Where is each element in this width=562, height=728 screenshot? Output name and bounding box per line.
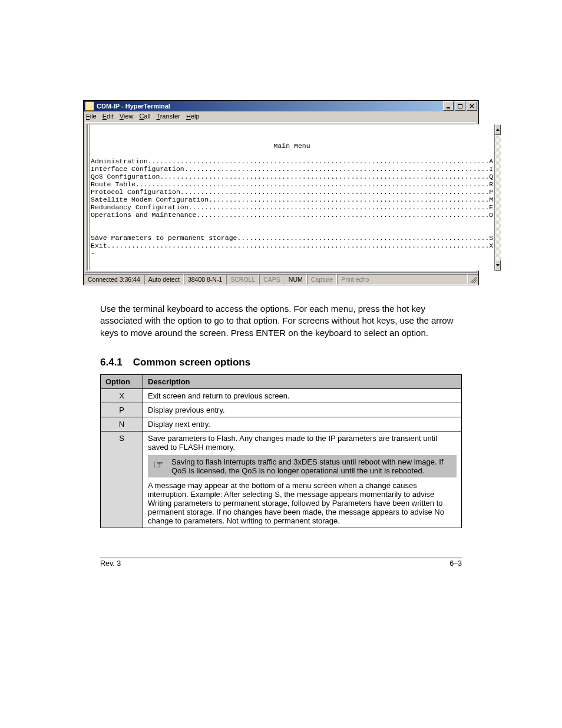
option-key: P [101,403,143,417]
status-line-config: 38400 8-N-1 [184,274,226,285]
table-row: X Exit screen and return to previous scr… [101,388,462,403]
status-autodetect: Auto detect [144,274,184,285]
option-desc: Exit screen and return to previous scree… [143,388,462,403]
footer-left: Rev. 3 [100,559,121,568]
minimize-button[interactable] [443,101,454,111]
desc-outro: A message may appear at the bottom of a … [148,481,444,525]
status-scroll: SCROLL [226,274,259,285]
section-title: Common screen options [133,357,250,368]
note-icon: ☞ [150,457,167,472]
intro-paragraph: Use the terminal keyboard to access the … [100,303,462,339]
svg-marker-6 [496,264,500,266]
table-row: N Display next entry. [101,417,462,431]
window-titlebar[interactable]: CDM-IP - HyperTerminal [84,101,478,111]
menu-file[interactable]: File [86,113,97,120]
menu-bar: File Edit View Call Transfer Help [84,111,478,121]
menu-help[interactable]: Help [186,113,200,120]
status-num: NUM [285,274,307,285]
svg-rect-0 [447,107,450,108]
table-row: S Save parameters to Flash. Any changes … [101,431,462,528]
section-number: 6.4.1 [100,357,123,368]
app-icon [85,101,94,111]
status-capture: Capture [307,274,337,285]
window-title: CDM-IP - HyperTerminal [97,103,170,110]
note-box: ☞ Saving to flash interrupts traffic and… [148,455,457,477]
menu-transfer[interactable]: Transfer [156,113,180,120]
options-table: Option Description X Exit screen and ret… [100,374,462,528]
option-key: S [101,431,143,528]
section-heading: 6.4.1 Common screen options [100,357,527,368]
footer-right: 6–3 [449,559,462,568]
close-button[interactable] [467,101,477,111]
col-description: Description [143,374,462,388]
status-bar: Connected 3:36:44 Auto detect 38400 8-N-… [84,274,478,285]
menu-edit[interactable]: Edit [103,113,114,120]
status-printecho: Print echo [337,274,468,285]
option-desc: Display next entry. [143,417,462,431]
hyperterminal-window-figure: CDM-IP - HyperTerminal File Edit [83,100,479,285]
option-key: N [101,417,143,431]
svg-marker-5 [496,129,500,131]
window-controls [443,101,477,111]
application-window: CDM-IP - HyperTerminal File Edit [83,100,479,285]
table-row: P Display previous entry. [101,403,462,417]
table-header-row: Option Description [101,374,462,388]
page-footer: Rev. 3 6–3 [100,558,462,568]
svg-rect-2 [458,104,462,105]
scroll-track[interactable] [495,135,501,260]
option-key: X [101,388,143,403]
status-caps: CAPS [259,274,285,285]
menu-view[interactable]: View [120,113,134,120]
terminal-output[interactable]: Main Menu Administration................… [87,124,494,271]
option-desc: Display previous entry. [143,403,462,417]
vertical-scrollbar[interactable] [494,124,501,271]
resize-grip[interactable] [468,274,478,285]
menu-call[interactable]: Call [139,113,150,120]
scroll-down-button[interactable] [495,260,501,271]
col-option: Option [101,374,143,388]
note-text: Saving to flash interrupts traffic and 3… [171,457,454,475]
maximize-button[interactable] [455,101,465,111]
option-desc: Save parameters to Flash. Any changes ma… [143,431,462,528]
desc-intro: Save parameters to Flash. Any changes ma… [148,434,437,452]
status-connected: Connected 3:36:44 [84,274,144,285]
scroll-up-button[interactable] [495,124,501,135]
